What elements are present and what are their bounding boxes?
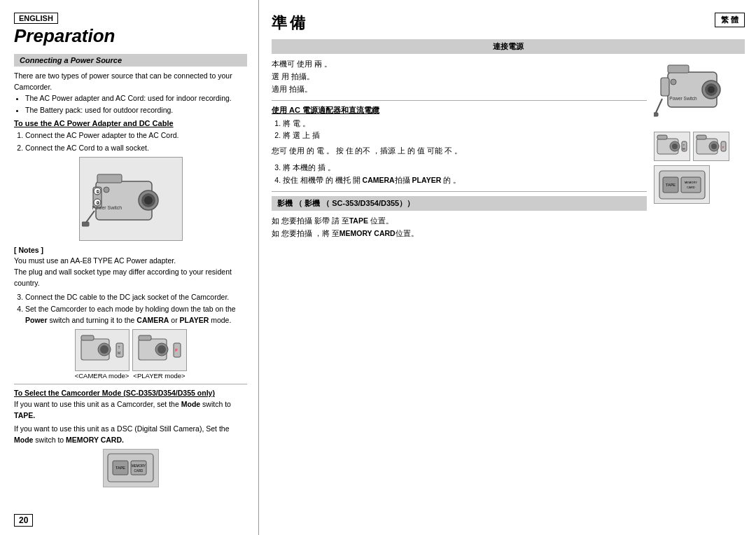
svg-point-39 (671, 79, 676, 85)
mode-switch-svg: TAPE MEMORY CARD (104, 450, 157, 485)
zh-sub-heading: 使用 AC 電源適配器和直流電纜 (272, 105, 647, 116)
camcorder-svg: Power Switch ① ② (82, 160, 180, 237)
ac-step-4: Set the Camcorder to each mode by holdin… (25, 304, 247, 326)
intro-text: There are two types of power source that… (14, 71, 247, 116)
svg-rect-13 (82, 222, 89, 226)
zh-step-2: 將 選 上 插 (283, 130, 647, 142)
svg-text:P: P (722, 146, 724, 149)
zh-camcorder-svg: Power Switch (654, 58, 738, 125)
svg-text:T: T (118, 345, 120, 349)
zh-select-text1: 如 您要拍攝 影帶 請 至TAPE 位置。 如 您要拍攝 ，將 至MEMORY … (272, 215, 647, 240)
svg-text:Power Switch: Power Switch (669, 96, 697, 101)
svg-point-3 (144, 196, 153, 204)
zh-notes: 您可 使用 的 電 。 按 住 的不 ，插源 上 的 值 可能 不 。 (272, 145, 647, 158)
svg-rect-17 (81, 335, 94, 340)
svg-point-45 (672, 144, 678, 149)
page-number: 20 (14, 514, 33, 527)
svg-rect-24 (139, 335, 151, 340)
zh-step-3: 將 本機的 插 。 (283, 162, 647, 174)
zh-camcorder-img: Power Switch (654, 58, 745, 126)
note-2: The plug and wall socket type may differ… (14, 267, 247, 289)
mode-switch-row: TAPE MEMORY CARD (14, 449, 247, 487)
divider2 (272, 191, 647, 192)
camera-mode-col: T M <CAMERA mode> (75, 329, 130, 380)
svg-point-23 (158, 345, 166, 354)
svg-rect-46 (657, 135, 667, 139)
svg-rect-38 (661, 78, 669, 96)
svg-text:M: M (682, 147, 685, 151)
camera-mode-svg: T M (78, 332, 127, 368)
bullet2: The Battery pack: used for outdoor recor… (25, 105, 247, 116)
note-1: You must use an AA-E8 TYPE AC Power adap… (14, 256, 247, 267)
camcorder-image: Power Switch ① ② (79, 157, 183, 241)
page-title: Preparation (14, 25, 247, 47)
player-mode-svg: P (135, 332, 184, 368)
player-mode-label: <PLAYER mode> (132, 372, 187, 380)
svg-rect-29 (131, 461, 146, 475)
ac-step-2: Connect the AC Cord to a wall socket. (25, 143, 247, 154)
svg-text:MEMORY: MEMORY (132, 464, 146, 468)
page-container: ENGLISH Preparation Connecting a Power S… (0, 0, 756, 535)
zh-steps2: 將 本機的 插 。 按住 相機帶 的 機托 開 CAMERA拍攝 PLAYER … (283, 162, 647, 187)
mode-switch-image: TAPE MEMORY CARD (103, 449, 159, 487)
svg-rect-42 (654, 113, 658, 116)
camera-mode-label: <CAMERA mode> (75, 372, 130, 380)
svg-text:TAPE: TAPE (666, 183, 676, 187)
zh-step-1: 將 電 。 (283, 118, 647, 130)
select-text2: If you want to use this unit as a DSC (D… (14, 424, 247, 446)
select-section: To Select the Camcorder Mode (SC-D353/D3… (14, 384, 247, 487)
notes-block: [ Notes ] You must use an AA-E8 TYPE AC … (14, 245, 247, 289)
svg-rect-58 (681, 177, 701, 193)
right-text-col: 本機可 使用 兩 。 選 用 拍攝。 適用 拍攝。 使用 AC 電源適配器和直流… (272, 58, 647, 244)
bullet1: The AC Power adapter and AC Cord: used f… (25, 93, 247, 104)
svg-rect-37 (668, 65, 689, 73)
zh-player-img: P (693, 132, 729, 161)
ac-heading: To use the AC Power Adapter and DC Cable (14, 119, 247, 127)
zh-label: 繁 體 (715, 13, 745, 27)
svg-line-41 (655, 99, 662, 114)
section1-header: Connecting a Power Source (14, 54, 247, 67)
svg-text:MEMORY: MEMORY (685, 181, 697, 184)
svg-text:TAPE: TAPE (115, 466, 125, 470)
zh-intro: 本機可 使用 兩 。 選 用 拍攝。 適用 拍攝。 (272, 58, 647, 96)
svg-text:CARD: CARD (134, 469, 144, 473)
notes-label: [ Notes ] (14, 246, 43, 254)
camera-mode-image: T M (75, 329, 130, 371)
english-label: ENGLISH (14, 13, 58, 24)
zh-select-header: 影機 （ 影機 （ SC-353/D354/D355）） (272, 196, 647, 211)
svg-line-12 (85, 211, 94, 223)
zh-steps1: 將 電 。 將 選 上 插 (283, 118, 647, 143)
zh-mode-switch: TAPE MEMORY CARD (654, 165, 745, 204)
select-text1: If you want to use this unit as a Camcor… (14, 399, 247, 422)
svg-rect-53 (696, 135, 706, 139)
right-inner: 本機可 使用 兩 。 選 用 拍攝。 適用 拍攝。 使用 AC 電源適配器和直流… (272, 58, 745, 244)
player-mode-col: P <PLAYER mode> (132, 329, 187, 380)
svg-text:M: M (117, 351, 120, 355)
svg-point-36 (708, 86, 715, 93)
svg-rect-4 (97, 174, 122, 183)
mode-images-row: T M <CAMERA mode> P < (14, 329, 247, 380)
svg-point-52 (711, 144, 717, 149)
svg-text:CARD: CARD (687, 186, 694, 189)
left-column: ENGLISH Preparation Connecting a Power S… (0, 0, 259, 535)
zh-mode-images: T M P (654, 132, 745, 161)
right-column: 準備 繁 體 連接電源 本機可 使用 兩 。 選 用 拍攝。 適用 拍攝。 使用… (259, 0, 756, 535)
player-mode-image: P (132, 329, 187, 371)
zh-camera-img: T M (654, 132, 690, 161)
zh-title-box: 準備 繁 體 (272, 13, 745, 34)
ac-steps-1: Connect the AC Power adapter to the AC C… (25, 130, 247, 154)
divider1 (272, 100, 647, 101)
camcorder-image-row: Power Switch ① ② (14, 157, 247, 241)
ac-step-3: Connect the DC cable to the DC jack sock… (25, 292, 247, 303)
zh-title: 準備 (272, 13, 308, 34)
zh-step-4: 按住 相機帶 的 機托 開 CAMERA拍攝 PLAYER 的 。 (283, 174, 647, 187)
svg-point-6 (104, 187, 109, 193)
svg-point-16 (100, 345, 108, 354)
ac-steps-2: Connect the DC cable to the DC jack sock… (25, 292, 247, 326)
ac-step-1: Connect the AC Power adapter to the AC C… (25, 130, 247, 141)
zh-section-header: 連接電源 (272, 39, 745, 54)
right-img-col: Power Switch (654, 58, 745, 244)
select-header: To Select the Camcorder Mode (SC-D353/D3… (14, 389, 247, 397)
